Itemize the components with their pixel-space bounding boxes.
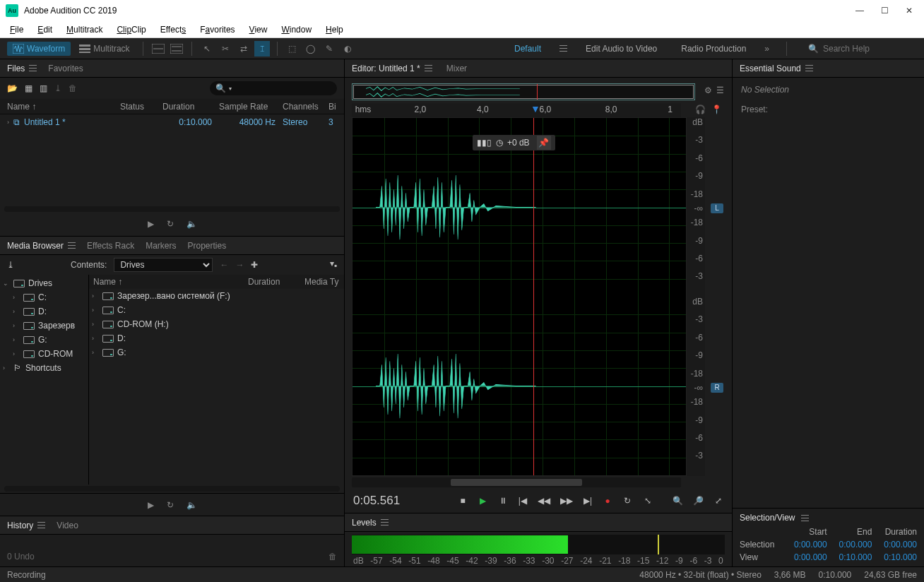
files-play-button[interactable]: ▶ (148, 219, 154, 229)
tab-editor[interactable]: Editor: Untitled 1 * (352, 64, 432, 73)
heal-tool-icon[interactable]: ◐ (340, 41, 355, 57)
list-item[interactable]: ›Зарезер...вано системой (F:) (89, 289, 344, 303)
file-row[interactable]: › ⧉ Untitled 1 * 0:10.000 48000 Hz Stere… (0, 114, 344, 130)
list-item[interactable]: ›D: (89, 331, 344, 345)
nav-fwd-icon[interactable]: → (235, 260, 244, 270)
lasso-tool-icon[interactable]: ◯ (303, 41, 319, 57)
tree-shortcuts[interactable]: ›🏳Shortcuts (0, 361, 88, 375)
tab-media-browser[interactable]: Media Browser (7, 241, 76, 251)
waveform-hscroll[interactable] (352, 477, 681, 487)
minimize-button[interactable]: — (855, 6, 864, 16)
sel-dur[interactable]: 0:00.000 (879, 540, 917, 550)
list-col-name[interactable]: Name ↑ (93, 277, 241, 287)
tab-levels[interactable]: Levels (352, 518, 389, 528)
col-rate[interactable]: Sample Rate (219, 102, 276, 112)
files-hscroll[interactable] (4, 206, 340, 212)
marquee-tool-icon[interactable]: ⬚ (285, 41, 300, 57)
overview[interactable]: ⚙ ☰ (352, 83, 695, 100)
headphones-icon[interactable]: 🎧 (695, 105, 706, 114)
insert-icon[interactable]: ⤓ (54, 83, 61, 93)
tree-d[interactable]: ›D: (0, 304, 88, 319)
tab-mixer[interactable]: Mixer (446, 64, 467, 73)
loop-button[interactable]: ↻ (622, 494, 632, 508)
media-loop-button[interactable]: ↻ (167, 500, 174, 510)
list-col-duration[interactable]: Duration (248, 277, 297, 287)
tree-drives[interactable]: ⌄Drives (0, 276, 88, 290)
tab-essential-sound[interactable]: Essential Sound (740, 64, 813, 73)
channel-l-badge[interactable]: L (711, 203, 723, 213)
col-channels[interactable]: Channels (283, 102, 321, 112)
open-file-icon[interactable]: 📂 (7, 83, 18, 93)
col-bit[interactable]: Bi (328, 102, 337, 112)
waveform-mode-button[interactable]: Waveform (7, 42, 71, 56)
menu-edit[interactable]: Edit (32, 23, 58, 36)
delete-icon[interactable]: 🗑 (69, 83, 77, 93)
menu-file[interactable]: File (4, 23, 29, 36)
razor-tool-icon[interactable]: ✂ (218, 41, 233, 57)
workspace-radio[interactable]: Radio Production (675, 41, 752, 57)
view-dur[interactable]: 0:10.000 (879, 552, 917, 562)
tree-g[interactable]: ›G: (0, 333, 88, 347)
media-autoplay-button[interactable]: 🔈 (186, 500, 197, 510)
list-item[interactable]: ›C: (89, 303, 344, 317)
tab-effects-rack[interactable]: Effects Rack (87, 241, 134, 251)
forward-button[interactable]: ▶▶ (560, 494, 573, 508)
multitrack-mode-button[interactable]: Multitrack (73, 42, 135, 56)
menu-help[interactable]: Help (320, 23, 349, 36)
timecode[interactable]: 0:05.561 (353, 494, 438, 508)
channel-r-badge[interactable]: R (711, 383, 723, 393)
col-name[interactable]: Name ↑ (7, 102, 113, 112)
tab-selection-view[interactable]: Selection/View (740, 513, 795, 523)
skip-selection-button[interactable]: ⤡ (643, 494, 653, 508)
tree-cdrom[interactable]: ›CD-ROM (0, 347, 88, 361)
maximize-button[interactable]: ☐ (881, 6, 889, 16)
view-start[interactable]: 0:00.000 (789, 552, 827, 562)
goto-end-button[interactable]: ▶| (583, 494, 593, 508)
record-button[interactable]: ● (603, 494, 612, 508)
menu-clip[interactable]: ClipClip (111, 23, 151, 36)
files-autoplay-button[interactable]: 🔈 (186, 219, 197, 229)
sel-start[interactable]: 0:00.000 (789, 540, 827, 550)
brush-tool-icon[interactable]: ✎ (321, 41, 337, 57)
playhead-marker[interactable] (531, 103, 540, 114)
stop-button[interactable]: ■ (458, 494, 468, 508)
workspace-edit-av[interactable]: Edit Audio to Video (580, 41, 663, 57)
tab-properties[interactable]: Properties (188, 241, 227, 251)
tree-reserved[interactable]: ›Зарезерв (0, 319, 88, 333)
level-meter[interactable] (352, 535, 725, 554)
menu-multitrack[interactable]: Multitrack (61, 23, 108, 36)
files-menu-icon[interactable] (29, 65, 37, 71)
play-button[interactable]: ▶ (478, 494, 487, 508)
list-item[interactable]: ›G: (89, 345, 344, 360)
media-hscroll[interactable] (4, 486, 340, 492)
tab-files[interactable]: Files (7, 64, 37, 73)
tree-c[interactable]: ›C: (0, 290, 88, 304)
workspace-menu-icon[interactable] (559, 45, 567, 52)
overview-list-icon[interactable]: ☰ (716, 85, 724, 95)
menu-window[interactable]: Window (276, 23, 317, 36)
time-ruler[interactable]: hms 2,0 4,0 6,0 8,0 1 🎧 📍 (352, 103, 681, 117)
tab-video[interactable]: Video (57, 521, 78, 530)
view-end[interactable]: 0:10.000 (834, 552, 872, 562)
pin-icon[interactable]: 📍 (711, 105, 722, 114)
slip-tool-icon[interactable]: ⇄ (236, 41, 251, 57)
waveform-display[interactable]: ▮▮▯ ◷ +0 dB 📌 (352, 117, 687, 476)
search-input[interactable] (823, 44, 908, 54)
move-tool-icon[interactable]: ↖ (199, 41, 215, 57)
time-selection-tool-icon[interactable]: 𝙸 (254, 41, 270, 57)
history-delete-icon[interactable]: 🗑 (328, 552, 337, 562)
toggle-pitch-icon[interactable] (169, 41, 184, 57)
menu-effects[interactable]: Effects (155, 23, 191, 36)
volume-hud[interactable]: ▮▮▯ ◷ +0 dB 📌 (473, 135, 555, 150)
media-up-icon[interactable]: ⤓ (7, 260, 14, 270)
tab-favorites[interactable]: Favorites (48, 64, 83, 73)
new-multitrack-icon[interactable]: ▥ (40, 83, 47, 93)
menu-view[interactable]: View (244, 23, 273, 36)
list-col-type[interactable]: Media Ty (304, 277, 340, 287)
zoom-out-icon[interactable]: 🔎 (693, 494, 704, 508)
rewind-button[interactable]: ◀◀ (538, 494, 550, 508)
files-search[interactable]: 🔍▾ (210, 81, 337, 95)
toggle-spectral-icon[interactable] (150, 41, 166, 57)
col-status[interactable]: Status (120, 102, 155, 112)
files-loop-button[interactable]: ↻ (167, 219, 174, 229)
